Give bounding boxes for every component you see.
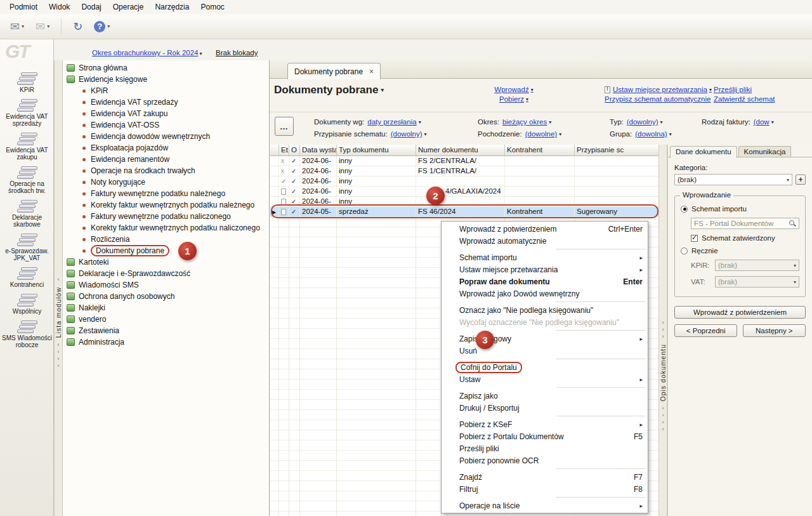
lock-status-link[interactable]: Brak blokady bbox=[216, 49, 258, 56]
column-header[interactable]: O bbox=[289, 145, 300, 155]
context-menu-item[interactable]: Drukuj / Eksportuj ▸ bbox=[442, 402, 648, 414]
tree-item[interactable]: Faktury wewnętrzne podatku należnego bbox=[63, 188, 269, 199]
category-select[interactable]: (brak)▾ bbox=[674, 174, 792, 185]
context-menu-item[interactable]: Wycofaj oznaczenie "Nie podlega księgowa… bbox=[442, 316, 648, 328]
vat-select[interactable]: (brak)▾ bbox=[715, 276, 799, 288]
filter-control[interactable]: Okres:bieżący okres▾ bbox=[478, 116, 610, 128]
context-menu-item[interactable]: Zapis księgowy ▸ bbox=[442, 333, 648, 345]
column-header[interactable]: Numer dokumentu bbox=[416, 145, 505, 155]
filter-control[interactable]: Dokumenty wg:daty przesłania▾ bbox=[314, 116, 478, 128]
context-menu-item[interactable]: Schemat importu ▸ bbox=[442, 251, 648, 263]
context-menu-item[interactable]: Pobierz z Portalu Dokumentów F5 ▸ bbox=[442, 430, 648, 442]
tree-item[interactable]: Zestawienia bbox=[63, 325, 269, 336]
tree-item[interactable]: Korekty faktur wewnętrznych podatku nale… bbox=[63, 199, 269, 211]
filter-control[interactable]: Typ:(dowolny)▾ bbox=[610, 116, 702, 128]
sync-button[interactable]: ↻ bbox=[69, 18, 86, 35]
action-link[interactable]: Pobierz▾ bbox=[499, 95, 528, 103]
context-menu-item[interactable]: ▸ bbox=[442, 466, 648, 471]
tree-item[interactable]: Ewidencje księgowe bbox=[63, 74, 269, 85]
import-schema-field[interactable]: FS - Portal Dokumentów bbox=[691, 218, 799, 229]
help-button[interactable]: ?▾ bbox=[90, 18, 114, 35]
module-bar-item[interactable]: e-Sprawozdaw. JPK_VAT bbox=[1, 234, 54, 261]
tree-item[interactable]: Faktury wewnętrzne podatku naliczonego bbox=[63, 211, 269, 222]
table-row[interactable]: 2024-06- inny FS 1/CENTRALA/ bbox=[270, 166, 658, 176]
table-row[interactable]: 2024-06- inny bbox=[270, 176, 658, 187]
context-menu-item[interactable]: Pobierz z KSeF ▸ bbox=[442, 418, 648, 430]
table-row[interactable]: 2024-06- inny 4/GALAXIA/2024 bbox=[270, 187, 658, 197]
column-header[interactable] bbox=[270, 145, 279, 155]
context-menu-item[interactable]: Oznacz jako "Nie podlega księgowaniu" ▸ bbox=[442, 304, 648, 316]
document-description-strip[interactable]: › › › Opis dokumentu › › › › bbox=[658, 145, 667, 516]
context-menu-item[interactable]: ▸ bbox=[442, 328, 648, 333]
module-bar-item[interactable]: SMS Wiadomości robocze bbox=[1, 321, 54, 348]
filter-control[interactable]: Pochodzenie:(dowolne)▾ bbox=[478, 128, 610, 140]
module-bar-item[interactable]: Kontrahenci bbox=[1, 267, 54, 288]
context-menu-item[interactable]: ▸ bbox=[442, 300, 648, 304]
tree-item[interactable]: KPiR bbox=[63, 85, 269, 96]
tree-item[interactable]: Ewidencja VAT-OSS bbox=[63, 119, 269, 131]
action-link[interactable]: Prześlij pliki▾ bbox=[714, 86, 812, 93]
context-menu-item[interactable]: Cofnij do Portalu ▸ bbox=[442, 361, 648, 373]
tab-dokumenty-pobrane[interactable]: Dokumenty pobrane × bbox=[287, 63, 381, 79]
context-menu-item[interactable]: ▸ bbox=[442, 495, 648, 499]
previous-button[interactable]: < Poprzedni bbox=[674, 324, 737, 337]
module-bar-item[interactable]: Operacje na środkach trw. bbox=[1, 166, 54, 194]
column-header[interactable]: Kontrahent bbox=[505, 145, 575, 155]
module-bar-item[interactable]: Ewidencja VAT zakupu bbox=[1, 133, 54, 161]
details-tab[interactable]: Dane dokumentu bbox=[670, 146, 737, 158]
tree-item[interactable]: Deklaracje i e-Sprawozdawczość bbox=[63, 268, 269, 279]
module-bar-item[interactable]: KPiR bbox=[1, 72, 54, 93]
column-header[interactable]: Data wysta bbox=[300, 145, 337, 155]
tree-item[interactable]: Dokumenty pobrane bbox=[63, 245, 269, 256]
tree-item[interactable]: Administracja bbox=[63, 336, 269, 348]
tree-item[interactable]: Naklejki bbox=[63, 302, 269, 314]
context-menu-item[interactable]: ▸ bbox=[442, 385, 648, 390]
menu-item[interactable]: Widok bbox=[43, 1, 75, 13]
action-link[interactable]: Wprowadź▾ bbox=[494, 86, 533, 93]
filter-control[interactable]: Rodzaj faktury:(dow▾ bbox=[702, 116, 812, 128]
menu-item[interactable]: Narzędzia bbox=[149, 1, 195, 13]
filter-control[interactable]: Grupa:(dowolna)▾ bbox=[610, 128, 702, 140]
context-menu-item[interactable]: Wprowadź z potwierdzeniem Ctrl+Enter ▸ bbox=[442, 223, 648, 235]
page-title[interactable]: Dokumenty pobrane▾ bbox=[274, 84, 384, 96]
column-header[interactable]: Przypisanie sc bbox=[575, 145, 658, 155]
context-menu-item[interactable]: Prześlij pliki ▸ bbox=[442, 442, 648, 454]
schema-import-radio[interactable]: Schemat importu bbox=[681, 205, 799, 213]
confirm-entry-button[interactable]: Wprowadź z potwierdzeniem bbox=[674, 306, 806, 319]
context-menu-item[interactable]: Ustaw ▸ bbox=[442, 373, 648, 385]
send-document-button[interactable]: ✉▾ bbox=[6, 18, 28, 35]
tree-item[interactable]: Ewidencja VAT sprzedaży bbox=[63, 96, 269, 108]
context-menu-item[interactable]: Usuń ▸ bbox=[442, 345, 648, 357]
tree-item[interactable]: Noty korygujące bbox=[63, 176, 269, 188]
tree-item[interactable]: Ewidencja VAT zakupu bbox=[63, 108, 269, 119]
schema-approved-checkbox[interactable]: Schemat zatwierdzony bbox=[691, 234, 799, 242]
table-row[interactable]: 2024-06- inny FS 2/CENTRALA/ bbox=[270, 156, 658, 166]
filter-control[interactable]: Przypisanie schematu:(dowolny)▾ bbox=[314, 128, 478, 140]
table-row[interactable]: 2024-05- sprzedaż FS 46/2024 Kontrahent … bbox=[270, 207, 658, 217]
context-menu-item[interactable]: Ustaw miejsce przetwarzania ▸ bbox=[442, 263, 648, 275]
tree-item[interactable]: Ochrona danych osobowych bbox=[63, 291, 269, 302]
tree-item[interactable]: Rozliczenia bbox=[63, 234, 269, 245]
module-bar-item[interactable]: Ewidencja VAT sprzedaży bbox=[1, 99, 54, 127]
context-menu-item[interactable]: Znajdź F7 ▸ bbox=[442, 471, 648, 483]
column-header[interactable]: Et bbox=[279, 145, 289, 155]
menu-item[interactable]: Pomoc bbox=[195, 1, 230, 13]
tree-item[interactable]: Ewidencja dowodów wewnętrznych bbox=[63, 131, 269, 142]
tree-item[interactable]: Eksploatacja pojazdów bbox=[63, 142, 269, 154]
search-icon[interactable] bbox=[789, 220, 796, 227]
tree-item[interactable]: Operacje na środkach trwałych bbox=[63, 165, 269, 176]
context-menu-item[interactable]: ▸ bbox=[442, 357, 648, 361]
tree-item[interactable]: Kartoteki bbox=[63, 256, 269, 268]
mail-button[interactable]: ✉▾ bbox=[32, 18, 53, 35]
module-bar-item[interactable]: Wspólnicy bbox=[1, 294, 54, 315]
tree-item[interactable]: Strona główna bbox=[63, 62, 269, 74]
module-list-strip[interactable]: ‹ Lista modułów ‹ ‹ ‹ ‹ bbox=[54, 60, 63, 516]
details-tab[interactable]: Komunikacja bbox=[738, 146, 792, 157]
context-menu-item[interactable]: Filtruj F8 ▸ bbox=[442, 483, 648, 495]
table-row[interactable]: 2024-06- inny bbox=[270, 197, 658, 207]
context-menu-item[interactable]: Operacje na liście ▸ bbox=[442, 499, 648, 512]
tree-item[interactable]: Wiadomości SMS bbox=[63, 279, 269, 291]
next-button[interactable]: Następny > bbox=[743, 324, 806, 337]
action-link[interactable]: Zatwierdź schemat▾ bbox=[714, 95, 812, 103]
tree-item[interactable]: vendero bbox=[63, 314, 269, 325]
